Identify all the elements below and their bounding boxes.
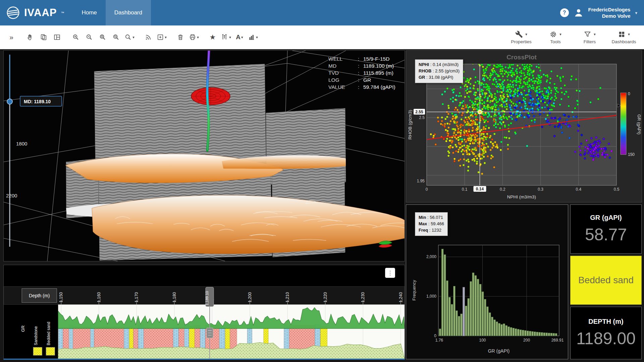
svg-text:LOG: LOG [328, 77, 339, 83]
pages-icon [40, 34, 47, 41]
histogram-tooltip-row: Freq : 1232 [419, 227, 444, 234]
depth-value-widget: DEPTH (m) 1189.00 [570, 307, 642, 359]
bar [453, 286, 455, 336]
annotation-text-button[interactable]: A ▾ [233, 28, 246, 46]
zoom-reset-button[interactable] [109, 28, 123, 46]
bar [468, 298, 470, 336]
layout-icon [53, 34, 61, 41]
svg-text:1189.100 (m): 1189.100 (m) [363, 63, 394, 69]
bar [527, 331, 529, 336]
svg-text:0.14: 0.14 [476, 187, 484, 191]
depth-tick-label: 1,170 [134, 292, 139, 302]
x-axis-label: GR (gAPI) [488, 348, 510, 354]
zoom-in-button[interactable] [69, 28, 83, 46]
caret-down-icon: ▾ [132, 35, 135, 40]
caret-down-icon: ▾ [559, 32, 561, 37]
tools-button[interactable]: ▾ Tools [540, 27, 571, 48]
pan-tool-button[interactable] [23, 28, 37, 46]
grid-icon [618, 31, 626, 38]
nav-right: ? FredericDesloges Demo Volve ▾ [560, 6, 644, 19]
bar [477, 279, 479, 336]
filters-label: Filters [584, 39, 596, 44]
properties-label: Properties [511, 39, 532, 44]
crossplot-panel[interactable]: CrossPlot00.10.20.30.40.51.952.53.10.142… [406, 50, 642, 202]
x-tick: 269.91 [551, 338, 564, 343]
bar-chart-icon [248, 34, 255, 41]
bar [482, 292, 484, 336]
bar [451, 304, 453, 336]
seismic-3d-scene[interactable]: WELL:15/9-F-15DMD:1189.100 (m)TVD:1115.8… [4, 51, 405, 261]
depth-tick-label: 1,210 [285, 292, 290, 302]
delete-button[interactable] [174, 28, 187, 46]
bar [529, 331, 531, 336]
user-icon [574, 8, 584, 18]
depth-widget-value: 1189.00 [576, 329, 636, 348]
x-tick: 0 [426, 187, 428, 192]
colorbar-marker [618, 104, 621, 107]
bar [444, 254, 446, 336]
favorite-button[interactable]: ★ [206, 28, 219, 46]
y-tick: 1,000 [426, 294, 436, 299]
bar [513, 328, 515, 336]
track-label-gr: GR [20, 325, 25, 332]
bar [510, 327, 512, 336]
panel-menu-button[interactable]: ⋮ [385, 268, 395, 278]
expand-panels-button[interactable]: » [5, 28, 18, 46]
seismic-3d-viewport[interactable]: WELL:15/9-F-15DMD:1189.100 (m)TVD:1115.8… [3, 50, 405, 261]
well-log-button[interactable]: ▾ [219, 28, 233, 46]
well-log-track[interactable]: Depth (m)1,1501,1601,1701,1801,1901,2001… [4, 265, 405, 359]
caret-down-icon: ▾ [594, 32, 596, 37]
y-tick: 2,000 [426, 254, 436, 259]
properties-button[interactable]: ▾ Properties [506, 27, 537, 48]
pages-button[interactable] [37, 28, 50, 46]
print-button[interactable]: ▾ [187, 28, 201, 46]
zoom-out-button[interactable] [83, 28, 96, 46]
histogram-panel[interactable]: 01,0002,0001.76100200269.91GR (gAPI)Freq… [406, 204, 568, 359]
star-icon: ★ [210, 33, 216, 41]
gr-widget-title: GR (gAPI) [590, 214, 622, 222]
gear-icon [549, 31, 557, 38]
histogram-tooltip-row: Min : 56.071 [419, 215, 444, 221]
md-slider-handle[interactable] [7, 99, 12, 104]
bar [524, 330, 526, 336]
depth-tick-label: 1,230 [361, 292, 365, 302]
magnifier-menu-button[interactable]: ▾ [123, 28, 136, 46]
caret-down-icon: ▾ [165, 35, 167, 40]
ivaap-logo-icon [5, 5, 21, 20]
svg-text::: : [358, 56, 359, 62]
x-tick: 100 [479, 338, 486, 343]
well-log-panel[interactable]: Depth (m)1,1501,1601,1701,1801,1901,2001… [3, 265, 405, 360]
user-caret-icon[interactable]: ▾ [635, 10, 637, 15]
toolbar: » ▾ ▾ ▾ ★ ▾ A ▾ [0, 25, 644, 49]
bar [546, 333, 548, 336]
help-button[interactable]: ? [560, 8, 569, 17]
filters-button[interactable]: ▾ Filters [574, 27, 605, 48]
svg-text:2.55: 2.55 [415, 110, 423, 114]
y-axis-label: Frequency [412, 280, 417, 301]
bar [465, 306, 467, 336]
dashboards-button[interactable]: ▾ Dashboards [608, 27, 639, 48]
user-menu[interactable]: FredericDesloges Demo Volve [588, 6, 631, 19]
zoom-window-icon [99, 34, 106, 41]
depth-tick-label: 1,220 [323, 292, 328, 302]
svg-text:15/9-F-15D: 15/9-F-15D [363, 56, 389, 62]
feed-button[interactable] [142, 28, 155, 46]
layout-button[interactable] [50, 28, 64, 46]
caret-down-icon: ▾ [628, 32, 630, 37]
zoom-window-button[interactable] [96, 28, 109, 46]
colorbar-tick: 150 [628, 152, 635, 157]
depth-header-label: Depth (m) [29, 293, 50, 298]
lithology-widget-label: Bedded sand [578, 275, 634, 286]
add-widget-button[interactable]: ▾ [155, 28, 168, 46]
nav-tab-home[interactable]: Home [73, 0, 105, 25]
bar [520, 329, 522, 336]
main-nav: Home Dashboard [73, 0, 151, 25]
bar [534, 332, 536, 336]
gr-value-widget: GR (gAPI) 58.77 [570, 204, 642, 254]
nav-tab-dashboard[interactable]: Dashboard [106, 0, 151, 25]
svg-text::: : [358, 84, 359, 90]
chart-button[interactable]: ▾ [246, 28, 260, 46]
trademark: ™ [61, 11, 64, 15]
bar [543, 333, 545, 336]
bar [553, 333, 555, 336]
